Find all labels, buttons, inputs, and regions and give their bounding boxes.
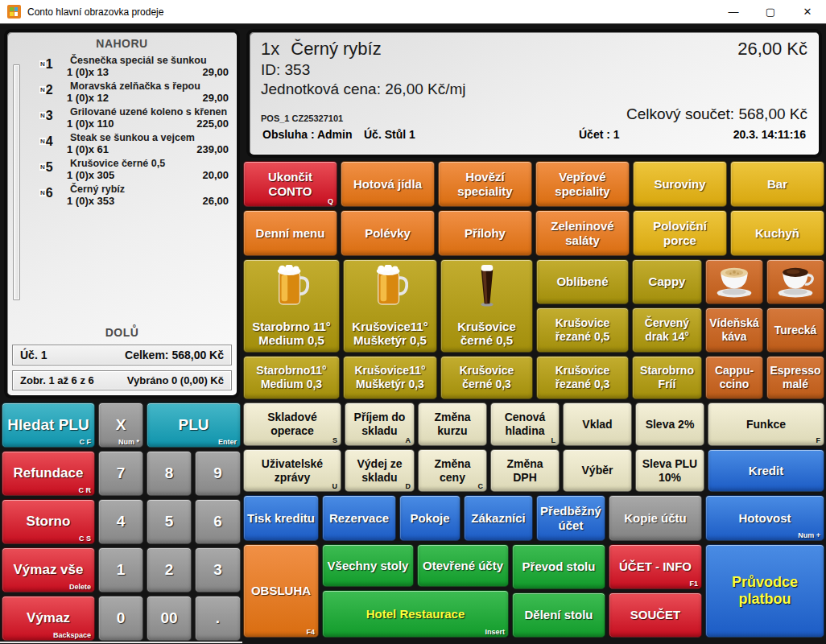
category-hovezi-speciality-button[interactable]: Hovězí speciality: [438, 161, 532, 207]
user-reports-button[interactable]: Uživatelské zprávyU: [243, 449, 341, 492]
plu-cappuccino-image-button[interactable]: [705, 259, 763, 304]
multiply-button[interactable]: XNum *: [98, 402, 143, 448]
plu-krusovice-rezane-03-button[interactable]: Krušovice řezané 0,3: [536, 356, 629, 399]
plu-coffee-image-button[interactable]: [766, 259, 824, 304]
new-item-marker: N: [39, 189, 46, 196]
change-vat-button[interactable]: Změna DPH: [490, 449, 560, 492]
shortcut-hint: Enter: [218, 439, 237, 446]
order-item-row[interactable]: N5 Krušovice černé 0,5 1 (0)x 30520,00: [39, 158, 229, 181]
clear-button[interactable]: VýmazBackspace: [2, 596, 95, 641]
plu-cappuccino-button[interactable]: Cappu-ccino: [705, 356, 763, 399]
refund-button[interactable]: RefundaceC R: [2, 451, 95, 496]
category-zeleninove-salaty-button[interactable]: Zeleninové saláty: [535, 210, 630, 256]
digit-00-button[interactable]: 00: [147, 596, 192, 641]
category-polevky-button[interactable]: Polévky: [341, 210, 435, 256]
preliminary-bill-button[interactable]: Předběžný účet: [536, 495, 605, 541]
reservations-button[interactable]: Rezervace: [322, 495, 396, 541]
stock-operations-button[interactable]: Skladové operaceS: [243, 402, 341, 446]
category-polovicni-porce-button[interactable]: Poloviční porce: [633, 210, 727, 256]
category-prilohy-button[interactable]: Přílohy: [438, 210, 532, 256]
new-item-marker: N: [39, 60, 46, 68]
stock-out-button[interactable]: Výdej ze skladuD: [345, 449, 415, 492]
digit-8-button[interactable]: 8: [147, 451, 192, 496]
plu-button[interactable]: PLUEnter: [147, 402, 241, 448]
category-cappy-button[interactable]: Cappy: [632, 259, 702, 304]
new-item-marker: N: [39, 86, 46, 93]
order-item-row[interactable]: N6 Černý rybíz 1 (0)x 35326,00: [39, 184, 229, 207]
discount-plu-10-button[interactable]: Sleva PLU 10%: [635, 449, 704, 492]
credit-button[interactable]: Kredit: [708, 449, 824, 492]
category-hotova-jidla-button[interactable]: Hotová jídla: [341, 161, 435, 207]
plu-starobrno-frii-button[interactable]: Starobrno Fríí: [632, 356, 702, 399]
plu-krusovice-musketyr-03-button[interactable]: Krušovice11° Mušketýr 0,3: [343, 356, 437, 399]
cash-payment-button[interactable]: HotovostNum +: [705, 495, 824, 541]
cash-deposit-button[interactable]: Vklad: [563, 402, 632, 446]
clear-all-button[interactable]: Výmaz všeDelete: [2, 547, 95, 592]
split-table-button[interactable]: Dělení stolu: [512, 592, 605, 638]
plu-krusovice-musketyr-05-button[interactable]: Krušovice11° Mušketýr 0,5: [343, 259, 437, 353]
cash-withdrawal-button[interactable]: Výběr: [563, 449, 632, 492]
subtotal-button[interactable]: SOUČET: [609, 592, 702, 638]
digit-3-button[interactable]: 3: [195, 547, 241, 592]
digit-2-button[interactable]: 2: [147, 547, 192, 592]
category-oblibene-button[interactable]: Oblíbené: [536, 259, 629, 304]
shortcut-hint: U: [332, 483, 338, 490]
digit-6-button[interactable]: 6: [195, 499, 241, 544]
digit-1-button[interactable]: 1: [98, 547, 143, 592]
category-bar-button[interactable]: Bar: [730, 161, 824, 207]
functions-button[interactable]: FunkceF: [708, 402, 824, 446]
category-denni-menu-button[interactable]: Denní menu: [243, 210, 337, 256]
maximize-button[interactable]: ▢: [752, 0, 789, 23]
open-bills-button[interactable]: Otevřené účty: [417, 544, 509, 587]
plu-starobrno-medium-03-button[interactable]: Starobrno11° Medium 0,3: [243, 356, 340, 399]
plu-krusovice-cerne-05-button[interactable]: Krušovice černé 0,5: [440, 259, 533, 353]
item-name: Steak se šunkou a vejcem: [67, 132, 229, 143]
digit-5-button[interactable]: 5: [147, 499, 192, 544]
category-suroviny-button[interactable]: Suroviny: [633, 161, 727, 207]
scroll-up-button[interactable]: NAHORU: [7, 32, 237, 53]
print-credit-button[interactable]: Tisk kreditu: [243, 495, 319, 541]
digit-9-button[interactable]: 9: [195, 451, 241, 496]
scrollbar[interactable]: [13, 64, 20, 300]
change-price-button[interactable]: Změna cenyC: [418, 449, 487, 492]
operator-button[interactable]: OBSLUHAF4: [243, 544, 319, 638]
order-item-row[interactable]: N2 Moravská zelňačka s řepou 1 (0)x 1229…: [39, 80, 229, 104]
hotel-restaurace-button[interactable]: Hotel RestauraceInsert: [322, 590, 509, 638]
decimal-point-button[interactable]: .: [195, 596, 241, 641]
price-level-button[interactable]: Cenová hladinaL: [490, 402, 560, 446]
order-item-row[interactable]: N4 Steak se šunkou a vejcem 1 (0)x 61239…: [39, 132, 229, 155]
numpad: Hledat PLUC F XNum * PLUEnter RefundaceC…: [2, 402, 241, 641]
customers-button[interactable]: Zákazníci: [464, 495, 533, 541]
bill-info-button[interactable]: ÚČET - INFOF1: [609, 544, 702, 589]
scroll-down-button[interactable]: DOLŮ: [7, 321, 237, 342]
digit-7-button[interactable]: 7: [98, 451, 143, 496]
plu-turecka-button[interactable]: Turecká: [766, 308, 824, 353]
rooms-button[interactable]: Pokoje: [399, 495, 460, 541]
order-item-row[interactable]: N3 Grilované uzené koleno s křenen 1 (0)…: [39, 106, 229, 130]
stock-in-button[interactable]: Příjem do skladuA: [345, 402, 415, 446]
discount-2-button[interactable]: Sleva 2%: [635, 402, 704, 446]
void-button[interactable]: StornoC S: [2, 499, 95, 544]
digit-4-button[interactable]: 4: [98, 499, 143, 544]
category-kuchyn-button[interactable]: Kuchyň: [730, 210, 824, 256]
item-number: 3: [46, 109, 53, 122]
plu-espresso-male-button[interactable]: Espresso malé: [766, 356, 824, 399]
quit-conto-button[interactable]: Ukončit CONTOQ: [243, 161, 337, 207]
order-item-row[interactable]: N1 Česnečka speciál se šunkou 1 (0)x 132…: [39, 55, 229, 78]
plu-krusovice-rezane-05-button[interactable]: Krušovice řezané 0,5: [536, 308, 629, 353]
plu-cerveny-drak-button[interactable]: Červený drak 14°: [632, 308, 702, 353]
plu-krusovice-cerne-03-button[interactable]: Krušovice černé 0,3: [440, 356, 533, 399]
transfer-table-button[interactable]: Převod stolu: [512, 544, 605, 589]
change-exchange-rate-button[interactable]: Změna kurzu: [418, 402, 487, 446]
bill-copy-button[interactable]: Kopie účtu: [609, 495, 702, 541]
plu-starobrno-medium-05-button[interactable]: Starobrno 11° Medium 0,5: [243, 259, 340, 353]
plu-videnska-kava-button[interactable]: Vídeňská káva: [705, 308, 763, 353]
close-button[interactable]: ✕: [789, 0, 826, 23]
cappuccino-icon: [713, 265, 755, 299]
payment-wizard-button[interactable]: Průvodce platbou: [705, 544, 824, 638]
search-plu-button[interactable]: Hledat PLUC F: [2, 402, 95, 448]
minimize-button[interactable]: —: [715, 0, 752, 23]
digit-0-button[interactable]: 0: [98, 596, 143, 641]
category-veprove-speciality-button[interactable]: Vepřové speciality: [535, 161, 630, 207]
all-tables-button[interactable]: Všechny stoly: [322, 544, 414, 587]
